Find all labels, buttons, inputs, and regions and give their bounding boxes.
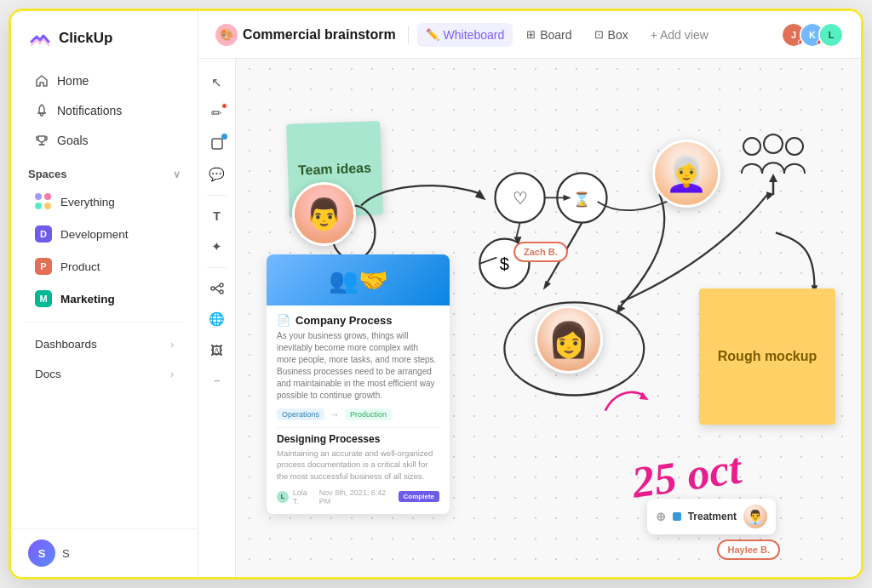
text-tool[interactable]: T bbox=[204, 203, 231, 230]
pen-tool[interactable]: ✏ bbox=[204, 100, 231, 127]
sticky-note-rough-mockup[interactable]: Rough mockup bbox=[699, 288, 835, 425]
whiteboard-content: Team ideas ♡ ⌛ bbox=[241, 59, 861, 577]
doc-card-subdesc: Maintaining an accurate and well-organiz… bbox=[277, 448, 439, 482]
sidebar-item-product[interactable]: P Product bbox=[18, 251, 191, 282]
tab-whiteboard[interactable]: ✏️ Whiteboard bbox=[417, 23, 513, 47]
sidebar-nav: Home Notifications Goals bbox=[11, 62, 198, 159]
sidebar-footer: S S bbox=[11, 528, 198, 577]
svg-text:♡: ♡ bbox=[513, 189, 528, 208]
user-dot: L bbox=[277, 491, 289, 503]
add-view-button[interactable]: + Add view bbox=[642, 23, 717, 47]
svg-point-2 bbox=[211, 287, 215, 290]
sidebar-item-everything[interactable]: Everything bbox=[18, 186, 191, 217]
product-badge: P bbox=[35, 258, 52, 275]
everything-icon bbox=[35, 193, 52, 210]
sidebar-item-notifications[interactable]: Notifications bbox=[18, 96, 191, 125]
chevron-right-icon: › bbox=[170, 368, 174, 380]
doc-card-subtitle: Designing Processes bbox=[277, 433, 439, 445]
toolbar-separator-2 bbox=[207, 267, 227, 268]
svg-marker-19 bbox=[564, 195, 571, 201]
doc-card-user: L Lola T. Nov 8th, 2021, 6:42 PM bbox=[277, 488, 399, 505]
sidebar-item-marketing[interactable]: M Marketing bbox=[18, 283, 191, 314]
svg-text:⌛: ⌛ bbox=[573, 191, 591, 208]
svg-marker-31 bbox=[769, 174, 777, 182]
board-tab-icon: ⊞ bbox=[526, 28, 536, 41]
svg-marker-26 bbox=[640, 392, 649, 400]
main-content: 🎨 Commercial brainstorm ✏️ Whiteboard ⊞ … bbox=[198, 11, 861, 577]
svg-text:$: $ bbox=[500, 254, 509, 273]
svg-marker-21 bbox=[616, 305, 625, 314]
treatment-dot bbox=[673, 512, 681, 521]
more-tools[interactable]: ··· bbox=[204, 367, 231, 394]
connect-tool[interactable] bbox=[204, 275, 231, 302]
doc-card-workflow: Operations → Production bbox=[277, 408, 439, 420]
sidebar-item-home[interactable]: Home bbox=[18, 66, 191, 95]
doc-card-title: 📄 Company Process bbox=[277, 314, 439, 327]
person-photo-man: 👨 bbox=[292, 182, 356, 246]
person-photo-woman-center: 👩 bbox=[535, 305, 603, 374]
text-bubble-tool[interactable]: 💬 bbox=[204, 161, 231, 188]
sidebar: ClickUp Home Notifications Goals Spaces … bbox=[11, 11, 198, 577]
svg-point-27 bbox=[743, 138, 760, 155]
svg-marker-20 bbox=[543, 281, 551, 290]
sidebar-item-goals[interactable]: Goals bbox=[18, 126, 191, 155]
svg-line-6 bbox=[215, 288, 220, 292]
whiteboard-canvas[interactable]: ↖ ✏ 💬 T ✦ 🌐 🖼 ··· bbox=[198, 59, 861, 577]
shape-tool[interactable] bbox=[204, 130, 231, 157]
sidebar-divider bbox=[25, 322, 184, 323]
trophy-icon bbox=[35, 134, 49, 147]
svg-point-3 bbox=[220, 283, 223, 287]
complete-badge: Complete bbox=[399, 491, 439, 502]
user-name: S bbox=[62, 547, 70, 560]
topbar-avatars: J K L bbox=[781, 22, 844, 48]
sidebar-item-development[interactable]: D Development bbox=[18, 219, 191, 249]
avatar[interactable]: S bbox=[28, 539, 55, 567]
home-icon bbox=[35, 74, 49, 88]
svg-point-14 bbox=[557, 173, 606, 222]
treatment-avatar: 👨‍💼 bbox=[743, 505, 767, 528]
logo-text: ClickUp bbox=[59, 30, 112, 47]
page-title: Commercial brainstorm bbox=[243, 27, 396, 43]
box-tab-icon: ⊡ bbox=[594, 28, 604, 41]
chevron-right-icon: › bbox=[170, 339, 174, 351]
doc-card-footer: L Lola T. Nov 8th, 2021, 6:42 PM Complet… bbox=[277, 488, 439, 505]
topbar-divider bbox=[408, 26, 409, 43]
svg-point-29 bbox=[786, 138, 803, 155]
svg-marker-11 bbox=[475, 189, 486, 200]
treatment-card[interactable]: ⊕ Treatment 👨‍💼 bbox=[647, 499, 776, 534]
spaces-header: Spaces ∨ bbox=[11, 159, 198, 186]
doc-card[interactable]: 👥🤝 📄 Company Process As your business gr… bbox=[267, 254, 450, 514]
workflow-arrow: → bbox=[330, 408, 340, 420]
logo[interactable]: ClickUp bbox=[11, 11, 198, 62]
workflow-to: Production bbox=[345, 408, 392, 420]
image-tool[interactable]: 🖼 bbox=[204, 336, 231, 363]
select-tool[interactable]: ↖ bbox=[204, 69, 231, 96]
globe-tool[interactable]: 🌐 bbox=[204, 305, 231, 333]
people-group bbox=[735, 131, 812, 203]
whiteboard-tab-icon: ✏️ bbox=[426, 28, 439, 41]
svg-point-28 bbox=[764, 134, 783, 153]
left-toolbar: ↖ ✏ 💬 T ✦ 🌐 🖼 ··· bbox=[198, 59, 236, 577]
sparkle-tool[interactable]: ✦ bbox=[204, 233, 231, 260]
doc-card-body: 📄 Company Process As your business grows… bbox=[267, 305, 450, 514]
name-tag-haylee: Haylee B. bbox=[717, 539, 780, 560]
drag-handle[interactable]: ⊕ bbox=[656, 510, 666, 523]
svg-point-4 bbox=[220, 290, 223, 294]
doc-card-description: As your business grows, things will inev… bbox=[277, 330, 439, 402]
sidebar-item-dashboards[interactable]: Dashboards › bbox=[18, 330, 191, 358]
svg-rect-1 bbox=[212, 139, 222, 149]
tab-box[interactable]: ⊡ Box bbox=[586, 23, 637, 47]
workflow-from: Operations bbox=[277, 408, 324, 420]
tab-board[interactable]: ⊞ Board bbox=[518, 23, 580, 47]
svg-line-5 bbox=[215, 285, 220, 288]
toolbar-separator bbox=[207, 195, 227, 196]
name-tag-zach: Zach B. bbox=[513, 242, 568, 262]
chevron-down-icon[interactable]: ∨ bbox=[173, 168, 181, 180]
sidebar-item-docs[interactable]: Docs › bbox=[18, 360, 191, 388]
doc-card-header: 👥🤝 bbox=[267, 254, 450, 305]
marketing-badge: M bbox=[35, 290, 52, 307]
app-container: ClickUp Home Notifications Goals Spaces … bbox=[9, 9, 863, 579]
doc-card-divider bbox=[277, 427, 439, 428]
bell-icon bbox=[35, 104, 49, 117]
svg-point-12 bbox=[495, 173, 544, 222]
